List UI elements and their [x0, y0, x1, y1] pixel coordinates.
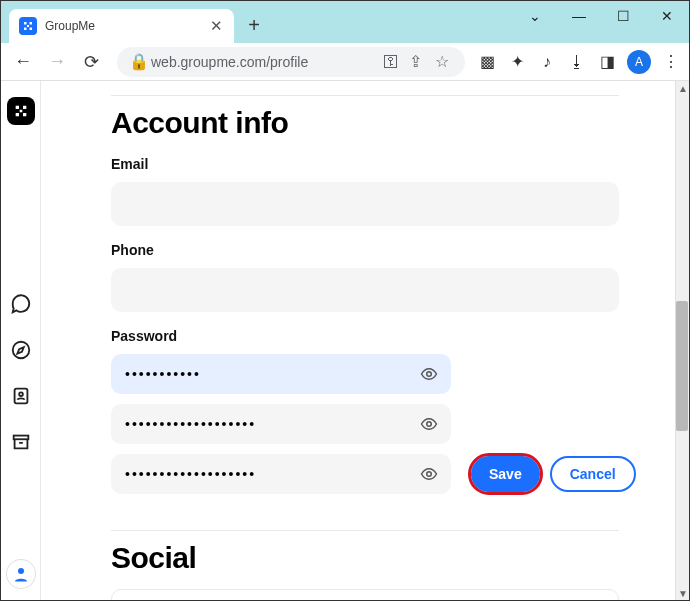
phone-label: Phone [111, 242, 619, 258]
browser-toolbar: ← → ⟳ 🔒 web.groupme.com/profile ⚿ ⇪ ☆ ▩ … [1, 43, 689, 81]
password-new-field[interactable] [111, 404, 451, 444]
window-maximize-button[interactable]: ☐ [601, 1, 645, 31]
svg-point-6 [427, 422, 432, 427]
extensions-puzzle-icon[interactable]: ✦ [507, 52, 527, 72]
password-label: Password [111, 328, 619, 344]
contacts-icon[interactable] [10, 385, 32, 407]
groupme-logo-icon[interactable] [7, 97, 35, 125]
sidepanel-icon[interactable]: ◨ [597, 52, 617, 72]
chats-icon[interactable] [10, 293, 32, 315]
reload-button[interactable]: ⟳ [77, 48, 105, 76]
scroll-down-icon[interactable]: ▼ [676, 586, 689, 600]
svg-point-0 [12, 342, 29, 359]
discover-icon[interactable] [10, 339, 32, 361]
svg-point-4 [18, 568, 24, 574]
user-account-icon[interactable] [7, 560, 35, 588]
window-close-button[interactable]: ✕ [645, 1, 689, 31]
browser-titlebar: GroupMe ✕ + ⌄ — ☐ ✕ [1, 1, 689, 43]
eye-icon[interactable] [419, 364, 439, 384]
downloads-icon[interactable]: ⭳ [567, 52, 587, 72]
svg-rect-3 [13, 436, 28, 440]
archive-icon[interactable] [10, 431, 32, 453]
password-confirm-field[interactable] [111, 454, 451, 494]
address-bar[interactable]: 🔒 web.groupme.com/profile ⚿ ⇪ ☆ [117, 47, 465, 77]
password-current-field[interactable] [111, 354, 451, 394]
main-content: Account info Email Phone Password [41, 81, 689, 600]
tab-close-icon[interactable]: ✕ [208, 18, 224, 34]
back-button[interactable]: ← [9, 48, 37, 76]
browser-tab-groupme[interactable]: GroupMe ✕ [9, 9, 234, 43]
scrollbar-thumb[interactable] [676, 301, 688, 431]
save-button[interactable]: Save [471, 456, 540, 492]
menu-kebab-icon[interactable]: ⋮ [661, 52, 681, 72]
phone-field[interactable] [111, 268, 619, 312]
scrollbar[interactable]: ▲ ▼ [675, 81, 689, 600]
section-title-account: Account info [111, 106, 619, 140]
scroll-up-icon[interactable]: ▲ [676, 81, 689, 95]
eye-icon[interactable] [419, 414, 439, 434]
cancel-button[interactable]: Cancel [550, 456, 636, 492]
eye-icon[interactable] [419, 464, 439, 484]
window-minimize-button[interactable]: — [557, 1, 601, 31]
app-sidebar [1, 81, 41, 600]
forward-button[interactable]: → [43, 48, 71, 76]
email-field[interactable] [111, 182, 619, 226]
url-text: web.groupme.com/profile [151, 54, 375, 70]
svg-point-7 [427, 472, 432, 477]
bookmark-star-icon[interactable]: ☆ [435, 52, 453, 71]
tab-title: GroupMe [45, 19, 208, 33]
key-icon[interactable]: ⚿ [383, 53, 401, 71]
share-icon[interactable]: ⇪ [409, 52, 427, 71]
social-row-facebook: f Facebook Connect [111, 589, 619, 600]
groupme-favicon-icon [19, 17, 37, 35]
extension-screenshot-icon[interactable]: ▩ [477, 52, 497, 72]
new-tab-button[interactable]: + [240, 11, 268, 39]
lock-icon: 🔒 [129, 52, 143, 71]
playlist-icon[interactable]: ♪ [537, 52, 557, 72]
profile-avatar[interactable]: A [627, 50, 651, 74]
svg-point-5 [427, 372, 432, 377]
section-title-social: Social [111, 541, 619, 575]
chevron-down-icon[interactable]: ⌄ [513, 1, 557, 31]
svg-point-2 [19, 392, 23, 396]
email-label: Email [111, 156, 619, 172]
